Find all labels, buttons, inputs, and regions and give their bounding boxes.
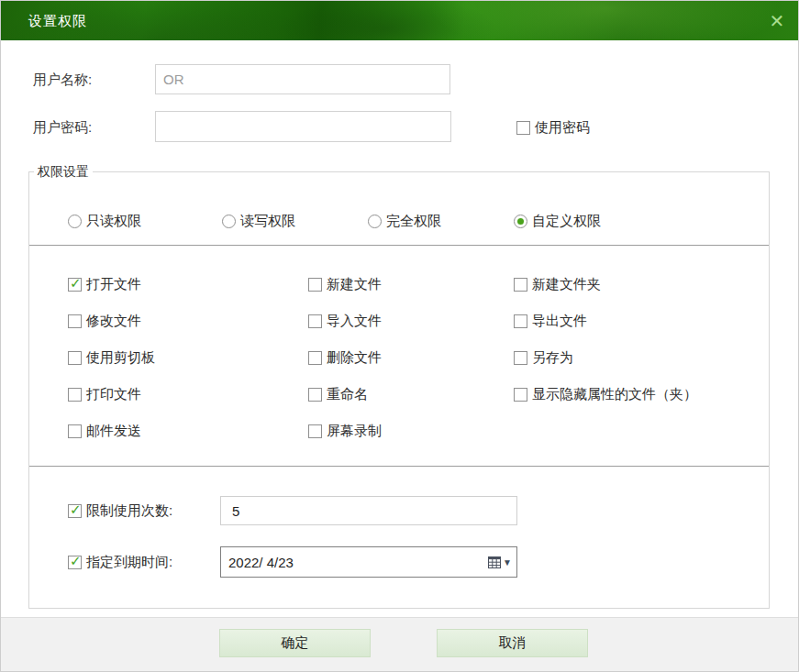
usage-limit-label: 限制使用次数: bbox=[86, 502, 172, 520]
checkbox-print-file[interactable]: 打印文件 bbox=[68, 386, 141, 403]
radio-read-only[interactable]: 只读权限 bbox=[68, 213, 141, 230]
permissions-groupbox: 权限设置 只读权限 读写权限 完全权限 自定义权限 打开文件 新建文件 bbox=[28, 171, 770, 609]
checkbox-label: 重命名 bbox=[327, 386, 368, 403]
checkbox-open-file[interactable]: 打开文件 bbox=[68, 276, 141, 293]
radio-label: 只读权限 bbox=[86, 213, 141, 230]
checkbox-label: 打印文件 bbox=[86, 386, 141, 403]
username-label: 用户名称: bbox=[33, 72, 92, 89]
expiry-date-value: 2022/ 4/23 bbox=[228, 555, 488, 570]
checkbox-icon bbox=[308, 388, 322, 402]
checkbox-label: 导出文件 bbox=[532, 313, 587, 330]
checkbox-label: 邮件发送 bbox=[86, 423, 141, 440]
usage-limit-checkbox[interactable]: 限制使用次数: bbox=[68, 502, 172, 520]
checkbox-icon bbox=[514, 351, 527, 365]
close-icon[interactable]: ✕ bbox=[765, 10, 789, 32]
checkbox-screen-record[interactable]: 屏幕录制 bbox=[308, 423, 382, 440]
dialog-title: 设置权限 bbox=[28, 1, 87, 40]
checkbox-label: 新建文件夹 bbox=[532, 276, 601, 293]
checkbox-icon bbox=[68, 504, 82, 518]
checkbox-label: 删除文件 bbox=[327, 349, 382, 367]
set-permissions-dialog: 设置权限 ✕ 用户名称: 用户密码: 使用密码 权限设置 只读权限 读写权限 完… bbox=[0, 0, 799, 672]
checkbox-import-file[interactable]: 导入文件 bbox=[308, 313, 382, 330]
radio-label: 自定义权限 bbox=[532, 213, 601, 230]
title-bar: 设置权限 ✕ bbox=[1, 1, 799, 40]
checkbox-icon bbox=[514, 388, 527, 402]
radio-read-write[interactable]: 读写权限 bbox=[222, 213, 295, 230]
checkbox-new-folder[interactable]: 新建文件夹 bbox=[514, 276, 601, 293]
radio-full[interactable]: 完全权限 bbox=[368, 213, 441, 230]
checkbox-use-clipboard[interactable]: 使用剪切板 bbox=[68, 349, 155, 367]
checkbox-icon bbox=[68, 556, 82, 569]
checkbox-icon bbox=[68, 278, 82, 292]
checkbox-icon bbox=[68, 351, 82, 365]
use-password-label: 使用密码 bbox=[535, 119, 590, 137]
radio-icon bbox=[222, 215, 236, 228]
usage-limit-input[interactable] bbox=[220, 496, 517, 525]
use-password-checkbox[interactable]: 使用密码 bbox=[516, 119, 590, 137]
ok-button[interactable]: 确定 bbox=[219, 629, 371, 657]
checkbox-label: 屏幕录制 bbox=[327, 423, 382, 440]
radio-label: 完全权限 bbox=[386, 213, 441, 230]
checkbox-icon bbox=[308, 424, 322, 438]
checkbox-export-file[interactable]: 导出文件 bbox=[514, 313, 587, 330]
expiry-date-picker[interactable]: 2022/ 4/23 ▼ bbox=[220, 546, 517, 578]
calendar-icon[interactable]: ▼ bbox=[488, 556, 512, 568]
checkbox-icon bbox=[308, 314, 322, 328]
checkbox-icon bbox=[514, 278, 527, 292]
dropdown-arrow-icon: ▼ bbox=[503, 557, 512, 567]
radio-label: 读写权限 bbox=[240, 213, 295, 230]
password-label: 用户密码: bbox=[33, 119, 92, 137]
checkbox-icon bbox=[308, 351, 322, 365]
checkbox-modify-file[interactable]: 修改文件 bbox=[68, 313, 141, 330]
radio-custom[interactable]: 自定义权限 bbox=[514, 213, 601, 230]
checkbox-icon bbox=[308, 278, 322, 292]
checkbox-label: 修改文件 bbox=[86, 313, 141, 330]
checkbox-icon bbox=[514, 314, 527, 328]
cancel-button[interactable]: 取消 bbox=[437, 629, 588, 657]
username-input[interactable] bbox=[155, 64, 450, 94]
checkbox-rename[interactable]: 重命名 bbox=[308, 386, 368, 403]
divider bbox=[29, 245, 769, 246]
checkbox-label: 显示隐藏属性的文件（夹） bbox=[532, 386, 697, 403]
checkbox-icon bbox=[68, 388, 82, 402]
radio-icon bbox=[514, 215, 527, 228]
checkbox-label: 打开文件 bbox=[86, 276, 141, 293]
checkbox-label: 导入文件 bbox=[327, 313, 382, 330]
dialog-footer: 确定 取消 bbox=[1, 617, 798, 672]
permissions-group-label: 权限设置 bbox=[34, 164, 93, 181]
checkbox-label: 使用剪切板 bbox=[86, 349, 155, 367]
checkbox-icon bbox=[68, 314, 82, 328]
checkbox-icon bbox=[516, 121, 530, 135]
checkbox-icon bbox=[68, 424, 82, 438]
checkbox-label: 另存为 bbox=[532, 349, 573, 367]
checkbox-new-file[interactable]: 新建文件 bbox=[308, 276, 382, 293]
checkbox-label: 新建文件 bbox=[327, 276, 382, 293]
checkbox-show-hidden-files[interactable]: 显示隐藏属性的文件（夹） bbox=[514, 386, 697, 403]
checkbox-delete-file[interactable]: 删除文件 bbox=[308, 349, 382, 367]
password-input[interactable] bbox=[155, 111, 451, 142]
expiry-label: 指定到期时间: bbox=[86, 554, 172, 571]
radio-icon bbox=[68, 215, 82, 228]
divider bbox=[29, 466, 769, 467]
checkbox-email-send[interactable]: 邮件发送 bbox=[68, 423, 141, 440]
calendar-grid-icon bbox=[488, 556, 501, 568]
radio-icon bbox=[368, 215, 382, 228]
checkbox-save-as[interactable]: 另存为 bbox=[514, 349, 573, 367]
expiry-checkbox[interactable]: 指定到期时间: bbox=[68, 554, 172, 571]
